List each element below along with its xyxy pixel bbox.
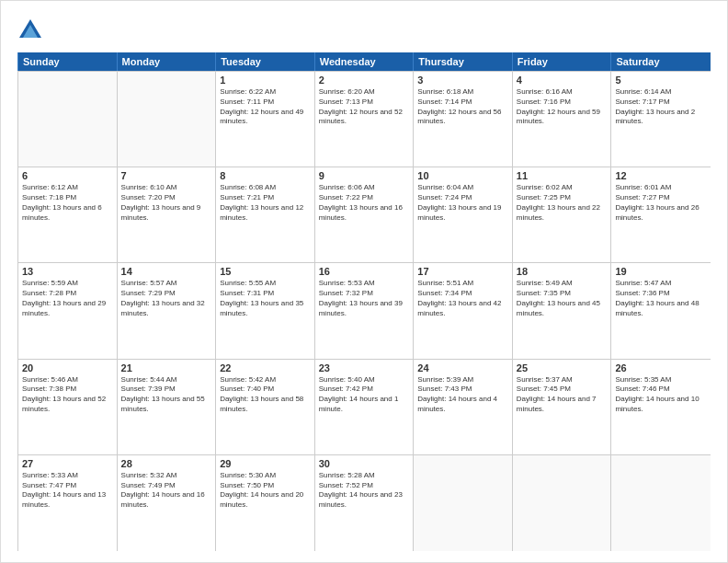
day-info: Sunrise: 6:02 AMSunset: 7:25 PMDaylight:… xyxy=(517,183,608,223)
calendar: SundayMondayTuesdayWednesdayThursdayFrid… xyxy=(17,52,711,551)
day-header-friday: Friday xyxy=(513,52,612,71)
day-number: 16 xyxy=(319,266,410,277)
day-cell-13: 13Sunrise: 5:59 AMSunset: 7:28 PMDayligh… xyxy=(18,263,118,358)
day-cell-28: 28Sunrise: 5:32 AMSunset: 7:49 PMDayligh… xyxy=(118,455,217,551)
day-number: 18 xyxy=(517,266,608,277)
day-header-wednesday: Wednesday xyxy=(315,52,415,71)
empty-cell xyxy=(18,72,118,167)
day-cell-10: 10Sunrise: 6:04 AMSunset: 7:24 PMDayligh… xyxy=(414,167,513,262)
day-number: 29 xyxy=(220,458,311,469)
day-info: Sunrise: 6:04 AMSunset: 7:24 PMDaylight:… xyxy=(417,183,508,223)
week-row-2: 6Sunrise: 6:12 AMSunset: 7:18 PMDaylight… xyxy=(18,167,711,263)
day-info: Sunrise: 5:55 AMSunset: 7:31 PMDaylight:… xyxy=(220,279,311,318)
day-cell-24: 24Sunrise: 5:39 AMSunset: 7:43 PMDayligh… xyxy=(414,360,513,454)
day-number: 13 xyxy=(22,266,113,277)
day-number: 21 xyxy=(121,362,212,373)
day-info: Sunrise: 6:01 AMSunset: 7:27 PMDaylight:… xyxy=(615,183,707,223)
day-info: Sunrise: 5:51 AMSunset: 7:34 PMDaylight:… xyxy=(417,279,508,318)
day-cell-16: 16Sunrise: 5:53 AMSunset: 7:32 PMDayligh… xyxy=(315,263,415,358)
day-cell-9: 9Sunrise: 6:06 AMSunset: 7:22 PMDaylight… xyxy=(315,167,415,262)
day-info: Sunrise: 5:28 AMSunset: 7:52 PMDaylight:… xyxy=(319,471,410,511)
day-cell-27: 27Sunrise: 5:33 AMSunset: 7:47 PMDayligh… xyxy=(18,455,118,551)
day-info: Sunrise: 6:20 AMSunset: 7:13 PMDaylight:… xyxy=(319,87,410,127)
day-info: Sunrise: 5:42 AMSunset: 7:40 PMDaylight:… xyxy=(220,375,311,415)
day-info: Sunrise: 6:08 AMSunset: 7:21 PMDaylight:… xyxy=(220,183,311,223)
day-cell-26: 26Sunrise: 5:35 AMSunset: 7:46 PMDayligh… xyxy=(611,360,711,454)
day-number: 20 xyxy=(22,362,113,373)
day-info: Sunrise: 5:35 AMSunset: 7:46 PMDaylight:… xyxy=(615,375,707,415)
day-cell-30: 30Sunrise: 5:28 AMSunset: 7:52 PMDayligh… xyxy=(315,455,415,551)
day-number: 12 xyxy=(615,170,707,181)
day-cell-20: 20Sunrise: 5:46 AMSunset: 7:38 PMDayligh… xyxy=(18,360,118,454)
day-number: 23 xyxy=(319,362,410,373)
day-info: Sunrise: 5:33 AMSunset: 7:47 PMDaylight:… xyxy=(22,471,113,511)
day-info: Sunrise: 5:57 AMSunset: 7:29 PMDaylight:… xyxy=(121,279,212,318)
day-info: Sunrise: 6:12 AMSunset: 7:18 PMDaylight:… xyxy=(22,183,113,223)
week-row-1: 1Sunrise: 6:22 AMSunset: 7:11 PMDaylight… xyxy=(18,72,711,167)
day-header-tuesday: Tuesday xyxy=(216,52,315,71)
day-info: Sunrise: 5:32 AMSunset: 7:49 PMDaylight:… xyxy=(121,471,212,511)
day-cell-4: 4Sunrise: 6:16 AMSunset: 7:16 PMDaylight… xyxy=(513,72,612,167)
day-info: Sunrise: 6:10 AMSunset: 7:20 PMDaylight:… xyxy=(121,183,212,223)
day-cell-19: 19Sunrise: 5:47 AMSunset: 7:36 PMDayligh… xyxy=(611,263,711,358)
day-cell-15: 15Sunrise: 5:55 AMSunset: 7:31 PMDayligh… xyxy=(216,263,315,358)
header xyxy=(17,17,711,43)
day-cell-29: 29Sunrise: 5:30 AMSunset: 7:50 PMDayligh… xyxy=(216,455,315,551)
day-number: 6 xyxy=(22,170,113,181)
logo-icon xyxy=(17,17,43,43)
day-cell-18: 18Sunrise: 5:49 AMSunset: 7:35 PMDayligh… xyxy=(513,263,612,358)
day-header-sunday: Sunday xyxy=(18,52,118,71)
day-info: Sunrise: 5:46 AMSunset: 7:38 PMDaylight:… xyxy=(22,375,113,415)
day-cell-22: 22Sunrise: 5:42 AMSunset: 7:40 PMDayligh… xyxy=(216,360,315,454)
day-number: 30 xyxy=(319,458,410,469)
day-cell-17: 17Sunrise: 5:51 AMSunset: 7:34 PMDayligh… xyxy=(414,263,513,358)
day-info: Sunrise: 6:16 AMSunset: 7:16 PMDaylight:… xyxy=(517,87,608,127)
page: SundayMondayTuesdayWednesdayThursdayFrid… xyxy=(0,0,728,563)
day-cell-23: 23Sunrise: 5:40 AMSunset: 7:42 PMDayligh… xyxy=(315,360,415,454)
day-cell-1: 1Sunrise: 6:22 AMSunset: 7:11 PMDaylight… xyxy=(216,72,315,167)
day-cell-3: 3Sunrise: 6:18 AMSunset: 7:14 PMDaylight… xyxy=(414,72,513,167)
day-info: Sunrise: 5:53 AMSunset: 7:32 PMDaylight:… xyxy=(319,279,410,318)
calendar-body: 1Sunrise: 6:22 AMSunset: 7:11 PMDaylight… xyxy=(17,71,711,551)
empty-cell xyxy=(513,455,612,551)
calendar-header: SundayMondayTuesdayWednesdayThursdayFrid… xyxy=(17,52,711,71)
logo xyxy=(17,17,47,43)
day-number: 10 xyxy=(417,170,508,181)
day-number: 24 xyxy=(417,362,508,373)
day-info: Sunrise: 6:14 AMSunset: 7:17 PMDaylight:… xyxy=(615,87,707,127)
day-info: Sunrise: 5:30 AMSunset: 7:50 PMDaylight:… xyxy=(220,471,311,511)
day-number: 28 xyxy=(121,458,212,469)
day-number: 5 xyxy=(615,75,707,86)
day-number: 22 xyxy=(220,362,311,373)
day-info: Sunrise: 5:49 AMSunset: 7:35 PMDaylight:… xyxy=(517,279,608,318)
day-info: Sunrise: 5:59 AMSunset: 7:28 PMDaylight:… xyxy=(22,279,113,318)
day-number: 25 xyxy=(517,362,608,373)
day-info: Sunrise: 6:18 AMSunset: 7:14 PMDaylight:… xyxy=(417,87,508,127)
week-row-3: 13Sunrise: 5:59 AMSunset: 7:28 PMDayligh… xyxy=(18,263,711,359)
empty-cell xyxy=(118,72,217,167)
day-info: Sunrise: 5:39 AMSunset: 7:43 PMDaylight:… xyxy=(417,375,508,415)
day-cell-8: 8Sunrise: 6:08 AMSunset: 7:21 PMDaylight… xyxy=(216,167,315,262)
day-info: Sunrise: 5:44 AMSunset: 7:39 PMDaylight:… xyxy=(121,375,212,415)
day-number: 14 xyxy=(121,266,212,277)
week-row-5: 27Sunrise: 5:33 AMSunset: 7:47 PMDayligh… xyxy=(18,455,711,551)
day-number: 9 xyxy=(319,170,410,181)
day-info: Sunrise: 6:22 AMSunset: 7:11 PMDaylight:… xyxy=(220,87,311,127)
day-number: 7 xyxy=(121,170,212,181)
day-info: Sunrise: 5:47 AMSunset: 7:36 PMDaylight:… xyxy=(615,279,707,318)
day-number: 2 xyxy=(319,75,410,86)
day-cell-6: 6Sunrise: 6:12 AMSunset: 7:18 PMDaylight… xyxy=(18,167,118,262)
day-number: 26 xyxy=(615,362,707,373)
day-header-saturday: Saturday xyxy=(611,52,711,71)
week-row-4: 20Sunrise: 5:46 AMSunset: 7:38 PMDayligh… xyxy=(18,360,711,455)
day-number: 8 xyxy=(220,170,311,181)
day-cell-7: 7Sunrise: 6:10 AMSunset: 7:20 PMDaylight… xyxy=(118,167,217,262)
day-cell-12: 12Sunrise: 6:01 AMSunset: 7:27 PMDayligh… xyxy=(611,167,711,262)
day-number: 11 xyxy=(517,170,608,181)
day-info: Sunrise: 5:40 AMSunset: 7:42 PMDaylight:… xyxy=(319,375,410,415)
day-info: Sunrise: 5:37 AMSunset: 7:45 PMDaylight:… xyxy=(517,375,608,415)
day-cell-25: 25Sunrise: 5:37 AMSunset: 7:45 PMDayligh… xyxy=(513,360,612,454)
day-cell-14: 14Sunrise: 5:57 AMSunset: 7:29 PMDayligh… xyxy=(118,263,217,358)
empty-cell xyxy=(414,455,513,551)
day-cell-21: 21Sunrise: 5:44 AMSunset: 7:39 PMDayligh… xyxy=(118,360,217,454)
